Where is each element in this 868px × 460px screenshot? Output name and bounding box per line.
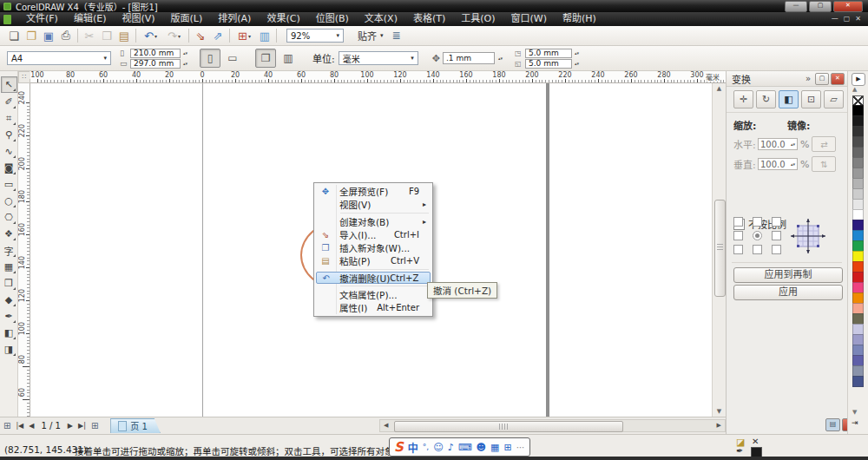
next-page-button[interactable]: ▶ <box>68 422 73 430</box>
menu-item[interactable]: 排列(A) <box>210 12 259 26</box>
interactive-fill-tool[interactable]: ◨ <box>2 342 16 357</box>
menu-item[interactable]: 帮助(H) <box>555 12 604 26</box>
pick-tool[interactable]: ↖ <box>1 76 17 93</box>
ruler-origin-button[interactable]: ∷ <box>18 71 30 83</box>
context-menu-item[interactable]: ▤ 粘贴(P) Ctrl+V <box>316 254 431 267</box>
restore-button[interactable]: ▢ <box>809 1 832 12</box>
scroll-up-icon[interactable]: ▲ <box>713 83 726 94</box>
palette-flyout-button[interactable]: ▶ <box>852 73 865 86</box>
new-document-icon[interactable]: ❏ ▾ <box>5 28 23 43</box>
duplicate-y-field[interactable]: 5.0 mm <box>525 59 572 69</box>
ellipse-tool[interactable]: ○ <box>2 194 16 208</box>
redo-icon[interactable]: ↷ ▾ <box>162 28 186 43</box>
anchor-checkbox[interactable] <box>753 217 762 227</box>
menu-item[interactable]: 表格(T) <box>405 12 453 26</box>
snap-to-dropdown[interactable]: 贴齐 ▾ <box>358 29 384 43</box>
anchor-checkbox[interactable] <box>772 245 781 254</box>
doc-minimize-button[interactable]: — <box>832 12 838 26</box>
anchor-checkbox[interactable] <box>733 217 743 227</box>
anchor-center-radio[interactable] <box>753 231 762 240</box>
doc-close-button[interactable]: ✕ <box>855 12 861 26</box>
menu-item[interactable]: 文件(F) <box>18 12 66 26</box>
current-page-button[interactable]: ▥ <box>278 49 299 68</box>
crop-tool[interactable]: ⌗ <box>2 111 16 126</box>
first-page-button[interactable]: |◀ <box>16 422 23 430</box>
page-tab[interactable]: 页 1 <box>110 418 161 433</box>
zoom-level-combo[interactable]: 92% ▾ <box>286 29 344 43</box>
print-icon[interactable]: ⎙ ▾ <box>57 28 75 43</box>
welcome-screen-icon[interactable]: ▥ ▾ <box>256 28 273 43</box>
fill-tool[interactable]: ◧ <box>2 325 16 340</box>
context-menu-item[interactable]: ↶ 撤消删除(U) Ctrl+Z <box>316 272 431 284</box>
context-menu-item[interactable]: ✥ 全屏预览(F) F9 <box>316 185 431 198</box>
ime-voice-icon[interactable]: ♪ <box>448 442 454 453</box>
zoom-tool[interactable]: ⚲ <box>2 128 16 142</box>
scroll-right-icon[interactable]: ▶ <box>717 422 721 429</box>
ime-logo-icon[interactable]: S <box>394 439 404 455</box>
copy-icon[interactable]: ❒ ▾ <box>98 28 115 43</box>
blend-tool[interactable]: ❒ <box>2 276 16 291</box>
outline-pen-tool[interactable]: ✒ <box>2 309 16 324</box>
apply-button[interactable]: 应用 <box>733 285 843 300</box>
chevron-right-icon[interactable]: » <box>806 74 811 83</box>
docker-close-button[interactable]: ✕ <box>831 73 845 85</box>
text-tool[interactable]: 字 <box>2 243 16 258</box>
application-launcher-icon[interactable]: ⊞ ▾ <box>233 28 256 43</box>
save-icon[interactable]: ▣ ▾ <box>40 28 57 43</box>
duplicate-x-field[interactable]: 5.0 mm <box>525 49 572 58</box>
ime-emoji-icon[interactable]: ☺ <box>433 442 443 453</box>
horizontal-scrollbar[interactable]: ◀ ▶ <box>379 419 726 432</box>
spinner-icon[interactable]: ▴▾ <box>791 142 795 146</box>
undo-icon[interactable]: ↶ ▾ <box>139 28 162 43</box>
paper-width-field[interactable]: 210.0 mm <box>130 49 181 58</box>
add-page-button[interactable]: ⊞ <box>91 421 98 430</box>
last-page-button[interactable]: ▶| <box>78 422 86 430</box>
add-page-button[interactable]: ⊞ <box>3 421 10 430</box>
context-menu-item[interactable]: 创建对象(B) ▸ <box>316 215 431 228</box>
anchor-checkbox[interactable] <box>733 231 743 240</box>
cut-icon[interactable]: ✂ ▾ <box>81 28 98 43</box>
options-icon[interactable]: ≣ <box>392 30 401 42</box>
palette-expand-icon[interactable]: ⇥ <box>852 418 858 427</box>
scale-mirror-button[interactable]: ◧ <box>779 90 799 108</box>
toolbar-separator[interactable]: ▾ <box>227 28 233 43</box>
polygon-tool[interactable]: ⎔ <box>2 210 16 225</box>
paper-size-combo[interactable]: A4 ▾ <box>7 51 111 65</box>
scroll-left-icon[interactable]: ◀ <box>384 422 388 429</box>
spinner-icon[interactable]: ▴▾ <box>183 51 187 55</box>
ime-grid-icon[interactable]: ⊞ <box>503 442 511 453</box>
menu-item[interactable]: 窗口(W) <box>503 12 555 26</box>
portrait-button[interactable]: ▯ <box>200 49 220 68</box>
scroll-down-icon[interactable]: ▼ <box>713 406 726 417</box>
context-menu-item[interactable]: ❐ 插入新对象(W)... <box>316 241 431 254</box>
context-menu-item[interactable]: ⇘ 导入(I)... Ctrl+I <box>316 228 431 241</box>
anchor-checkbox[interactable] <box>772 231 781 240</box>
scale-h-field[interactable]: 100.0 ▴▾ <box>758 138 798 150</box>
menu-item[interactable]: 编辑(E) <box>66 12 115 26</box>
previous-page-button[interactable]: ◀ <box>29 422 34 430</box>
spinner-icon[interactable]: ▴▾ <box>183 62 187 65</box>
scale-v-field[interactable]: 100.0 ▴▾ <box>758 158 798 170</box>
spinner-icon[interactable]: ▴▾ <box>575 62 579 65</box>
minimize-button[interactable]: — <box>785 1 807 12</box>
spinner-icon[interactable]: ▴▾ <box>498 56 503 60</box>
view-navigator-button[interactable]: ▤ <box>825 418 840 431</box>
toolbar-separator[interactable]: ▾ <box>273 28 279 43</box>
context-menu-item[interactable]: 属性(I) Alt+Enter <box>316 301 431 314</box>
palette-scroll-down-icon[interactable]: ▼ <box>852 409 857 416</box>
mirror-vertical-button[interactable]: ⇅ <box>812 156 836 172</box>
table-tool[interactable]: ▦ <box>2 260 16 274</box>
open-icon[interactable]: ❐ ▾ <box>23 28 40 43</box>
menu-item[interactable]: 位图(B) <box>308 12 357 26</box>
ime-keyboard-icon[interactable]: ⌨ <box>458 442 472 453</box>
paste-icon[interactable]: ▤ ▾ <box>115 28 133 43</box>
shape-tool[interactable]: ✐ <box>2 95 16 109</box>
color-swatch[interactable] <box>852 376 864 387</box>
menu-item[interactable]: 版面(L) <box>163 12 211 26</box>
menu-item[interactable]: 效果(C) <box>259 12 307 26</box>
anchor-checkbox[interactable] <box>733 245 743 254</box>
palette-scroll-up-icon[interactable]: ▲ <box>852 86 857 93</box>
rotate-button[interactable]: ↻ <box>756 90 776 108</box>
vertical-scrollbar[interactable]: ▲ ▼ <box>712 83 726 417</box>
ime-toolbar[interactable]: S 中 °, ☺♪⌨☻▦⊞ ⋯ <box>389 437 530 457</box>
